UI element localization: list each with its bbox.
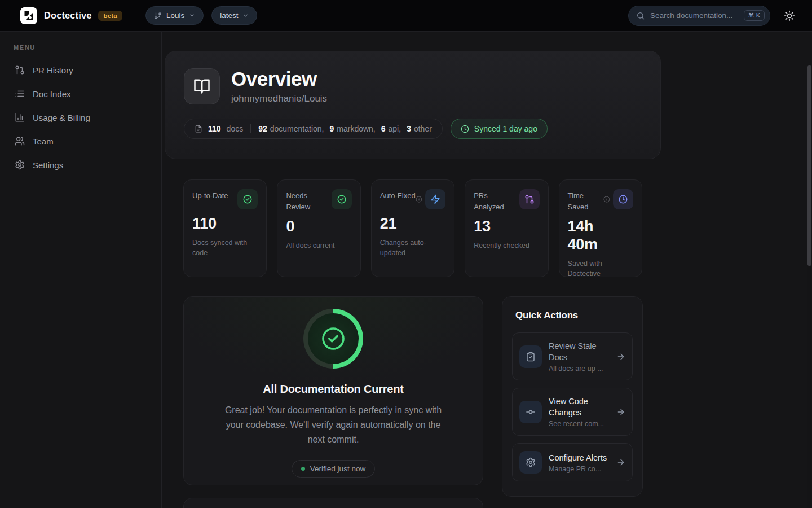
brand-group: Doctective beta	[20, 7, 122, 24]
sidebar-item-pr-history[interactable]: PR History	[14, 60, 148, 80]
verified-badge: Verified just now	[292, 460, 375, 478]
label-markdown: markdown,	[337, 124, 375, 133]
quick-actions-panel: Quick Actions Review Stale Docs All docs…	[502, 296, 643, 497]
search-shortcut-kbd: ⌘ K	[744, 10, 765, 21]
sun-icon	[784, 10, 795, 21]
count-other: 3	[407, 124, 411, 133]
stat-label: Needs Review	[286, 189, 326, 212]
sidebar: MENU PR History Doc Index Usage & Billin…	[0, 32, 162, 508]
stat-card-time-saved: Time Saved 14h 40m Saved with Doctective	[559, 179, 642, 277]
clock-icon	[613, 189, 633, 209]
doctective-logo-icon[interactable]	[20, 7, 37, 24]
stat-caption: All docs current	[286, 240, 342, 251]
label-api: api,	[389, 124, 401, 133]
topbar: Doctective beta Louis latest Search docu…	[0, 0, 812, 32]
arrow-right-icon	[616, 458, 625, 467]
divider	[250, 124, 251, 133]
git-pull-request-icon	[15, 65, 25, 75]
action-subtitle: All docs are up ...	[549, 365, 607, 373]
status-dot	[301, 467, 305, 471]
gear-icon	[519, 451, 542, 474]
check-circle-icon	[320, 325, 347, 352]
version-selector-label: latest	[220, 11, 238, 20]
arrow-right-icon	[616, 352, 625, 361]
info-icon[interactable]	[416, 196, 422, 203]
clipboard-check-icon	[519, 345, 542, 368]
stat-caption: Recently checked	[474, 240, 530, 251]
next-section-card	[183, 498, 483, 508]
docs-summary-pill: 110 docs 92documentation, 9markdown, 6ap…	[184, 119, 443, 139]
stat-caption: Docs synced with code	[192, 238, 249, 258]
sidebar-item-team[interactable]: Team	[14, 131, 148, 151]
stat-label: Auto-Fixed	[380, 189, 416, 202]
stat-label: PRs Analyzed	[474, 189, 514, 212]
action-title: Review Stale Docs	[549, 340, 610, 363]
quick-actions-title: Quick Actions	[515, 310, 633, 321]
info-icon[interactable]	[603, 196, 610, 203]
verified-badge-label: Verified just now	[310, 465, 365, 473]
repo-selector[interactable]: Louis	[145, 6, 204, 25]
action-review-stale-docs[interactable]: Review Stale Docs All docs are up ...	[512, 332, 633, 380]
count-documentation: 92	[258, 124, 267, 133]
repo-selector-label: Louis	[166, 11, 184, 20]
file-icon	[195, 125, 202, 133]
git-pull-request-icon	[519, 189, 540, 209]
sidebar-item-label: Settings	[33, 160, 63, 170]
version-selector[interactable]: latest	[211, 6, 257, 25]
stat-label: Time Saved	[568, 189, 603, 212]
action-title: View Code Changes	[549, 396, 610, 418]
search-icon	[636, 11, 645, 20]
stat-card-prs-analyzed: PRs Analyzed 13 Recently checked	[465, 179, 548, 277]
menu-section-label: MENU	[14, 44, 148, 51]
git-branch-icon	[154, 12, 162, 20]
repo-path: johnnymedhanie/Louis	[231, 93, 327, 104]
search-placeholder: Search documentation...	[650, 11, 739, 20]
topbar-divider	[134, 9, 134, 23]
search-input[interactable]: Search documentation... ⌘ K	[628, 6, 770, 26]
sidebar-item-label: Team	[33, 137, 54, 146]
scrollbar-thumb[interactable]	[807, 65, 811, 266]
count-api: 6	[381, 124, 386, 133]
stat-card-up-to-date: Up-to-Date 110 Docs synced with code	[183, 179, 267, 277]
arrow-right-icon	[616, 408, 625, 417]
check-circle-icon	[332, 189, 352, 209]
theme-toggle-button[interactable]	[782, 8, 797, 24]
action-title: Configure Alerts	[549, 452, 607, 463]
users-icon	[15, 136, 25, 146]
docs-total: 110	[208, 124, 221, 133]
stat-value: 0	[286, 218, 340, 236]
clock-icon	[461, 125, 469, 133]
sidebar-item-doc-index[interactable]: Doc Index	[14, 84, 148, 104]
chevron-down-icon	[189, 12, 195, 19]
brand-name: Doctective	[44, 10, 91, 21]
stat-value: 13	[474, 218, 528, 236]
beta-badge: beta	[98, 11, 122, 21]
chevron-down-icon	[242, 12, 249, 19]
documentation-status-card: All Documentation Current Great job! You…	[183, 296, 483, 485]
synced-status-button[interactable]: Synced 1 day ago	[451, 119, 548, 139]
status-message: Great job! Your documentation is perfect…	[220, 403, 446, 447]
zap-icon	[425, 189, 445, 209]
sidebar-item-settings[interactable]: Settings	[14, 155, 148, 175]
list-icon	[15, 89, 25, 99]
progress-ring	[303, 309, 363, 369]
stat-value: 14h 40m	[568, 218, 622, 254]
count-markdown: 9	[329, 124, 334, 133]
sidebar-item-usage-billing[interactable]: Usage & Billing	[14, 107, 148, 128]
book-open-icon	[184, 68, 220, 104]
action-subtitle: Manage PR co...	[549, 465, 607, 473]
sidebar-item-label: Doc Index	[33, 89, 71, 99]
page-title: Overview	[231, 68, 327, 90]
label-other: other	[414, 124, 432, 133]
check-circle-icon	[237, 189, 258, 209]
action-view-code-changes[interactable]: View Code Changes See recent com...	[512, 388, 633, 436]
gear-icon	[15, 160, 25, 170]
action-configure-alerts[interactable]: Configure Alerts Manage PR co...	[512, 443, 633, 481]
sidebar-item-label: PR History	[33, 65, 73, 75]
action-subtitle: See recent com...	[549, 420, 607, 428]
status-title: All Documentation Current	[263, 383, 403, 396]
stat-card-needs-review: Needs Review 0 All docs current	[277, 179, 360, 277]
docs-total-label: docs	[227, 124, 244, 133]
stat-value: 21	[380, 215, 434, 233]
commit-icon	[519, 401, 542, 423]
